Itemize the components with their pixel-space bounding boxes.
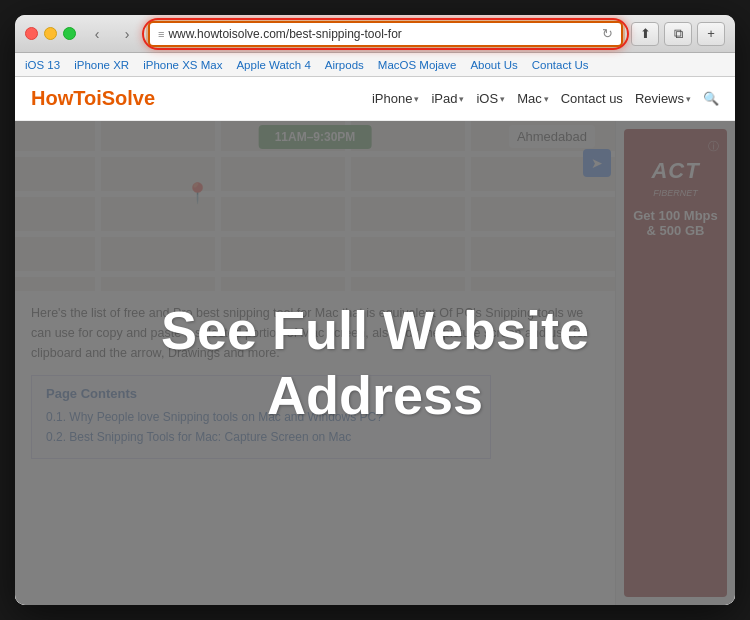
url-text: www.howtoisolve.com/best-snipping-tool-f… (168, 27, 598, 41)
back-button[interactable]: ‹ (84, 24, 110, 44)
forward-button[interactable]: › (114, 24, 140, 44)
overlay-text-line1: See Full Website (161, 298, 589, 363)
address-bar[interactable]: ≡ www.howtoisolve.com/best-snipping-tool… (148, 21, 623, 47)
site-logo: HowToiSolve (31, 87, 155, 110)
chevron-down-icon: ▾ (500, 94, 505, 104)
share-button[interactable]: ⬆ (631, 22, 659, 46)
nav-buttons: ‹ › (84, 24, 140, 44)
close-button[interactable] (25, 27, 38, 40)
menu-ipad[interactable]: iPad ▾ (431, 91, 464, 106)
chevron-down-icon: ▾ (686, 94, 691, 104)
content-left: 11AM–9:30PM Ahmedabad ➤ 📍 See Full Websi… (15, 121, 615, 605)
bookmark-watch[interactable]: Apple Watch 4 (236, 59, 310, 71)
menu-reviews[interactable]: Reviews ▾ (635, 91, 691, 106)
site-nav: HowToiSolve iPhone ▾ iPad ▾ iOS ▾ Mac ▾ (15, 77, 735, 121)
bookmarks-bar: iOS 13 iPhone XR iPhone XS Max Apple Wat… (15, 53, 735, 77)
chevron-down-icon: ▾ (544, 94, 549, 104)
bookmark-iphonexr[interactable]: iPhone XR (74, 59, 129, 71)
traffic-lights (25, 27, 76, 40)
menu-ios[interactable]: iOS ▾ (476, 91, 505, 106)
menu-iphone[interactable]: iPhone ▾ (372, 91, 419, 106)
bookmark-about[interactable]: About Us (470, 59, 517, 71)
minimize-button[interactable] (44, 27, 57, 40)
bookmark-contact[interactable]: Contact Us (532, 59, 589, 71)
maximize-button[interactable] (63, 27, 76, 40)
search-button[interactable]: 🔍 (703, 91, 719, 106)
tabs-button[interactable]: ⧉ (664, 22, 692, 46)
address-bar-container: ≡ www.howtoisolve.com/best-snipping-tool… (148, 21, 623, 47)
bookmark-iphonexsmax[interactable]: iPhone XS Max (143, 59, 222, 71)
bookmark-ios13[interactable]: iOS 13 (25, 59, 60, 71)
site-menu: iPhone ▾ iPad ▾ iOS ▾ Mac ▾ Contact us (372, 91, 719, 106)
toolbar-right: ⬆ ⧉ + (631, 22, 725, 46)
search-icon: 🔍 (703, 91, 719, 106)
page-content: HowToiSolve iPhone ▾ iPad ▾ iOS ▾ Mac ▾ (15, 77, 735, 605)
bookmark-macos[interactable]: MacOS Mojave (378, 59, 457, 71)
new-tab-button[interactable]: + (697, 22, 725, 46)
menu-mac[interactable]: Mac ▾ (517, 91, 549, 106)
title-bar: ‹ › ≡ www.howtoisolve.com/best-snipping-… (15, 15, 735, 53)
main-area: 11AM–9:30PM Ahmedabad ➤ 📍 See Full Websi… (15, 121, 735, 605)
chevron-down-icon: ▾ (459, 94, 464, 104)
chevron-down-icon: ▾ (414, 94, 419, 104)
browser-window: ‹ › ≡ www.howtoisolve.com/best-snipping-… (15, 15, 735, 605)
refresh-icon[interactable]: ↻ (602, 26, 613, 41)
menu-contact[interactable]: Contact us (561, 91, 623, 106)
reader-icon: ≡ (158, 28, 164, 40)
bookmark-airpods[interactable]: Airpods (325, 59, 364, 71)
overlay-text-line2: Address (267, 363, 483, 428)
see-full-website-overlay[interactable]: See Full Website Address (15, 121, 615, 605)
